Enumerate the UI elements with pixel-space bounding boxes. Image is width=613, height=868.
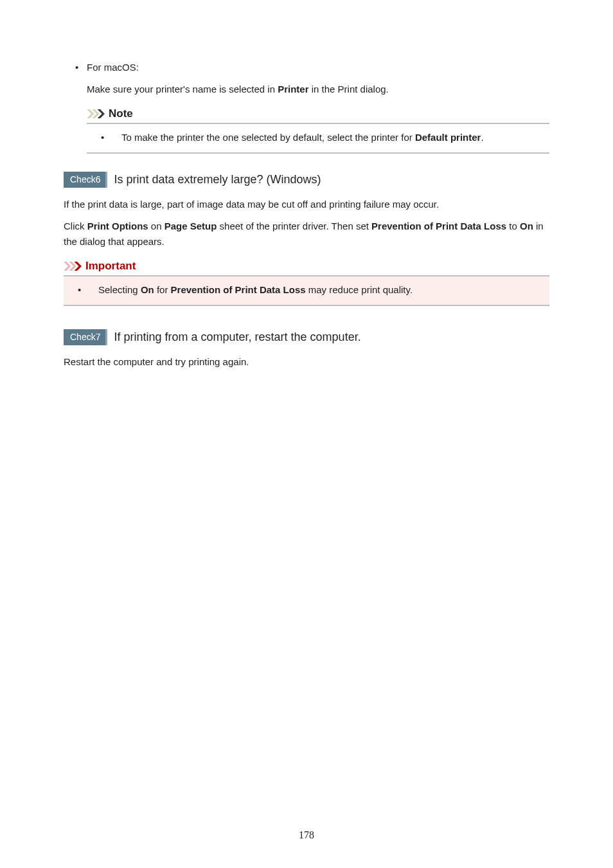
text: on [148, 221, 164, 231]
divider [64, 305, 549, 306]
body-text: If the print data is large, part of imag… [64, 197, 549, 212]
text: . [481, 132, 483, 143]
text: sheet of the printer driver. Then set [217, 221, 371, 231]
text: To make the printer the one selected by … [121, 132, 415, 143]
body-text: Restart the computer and try printing ag… [64, 354, 549, 370]
text: Make sure your printer's name is selecte… [87, 84, 278, 95]
text: Selecting [98, 284, 141, 295]
divider [87, 152, 549, 154]
bold-text: Default printer [415, 132, 481, 143]
callout-body: • Selecting On for Prevention of Print D… [64, 276, 549, 305]
list-item-text: For macOS: [87, 60, 549, 75]
check-row: Check6 Is print data extremely large? (W… [64, 172, 549, 188]
callout-header: Important [64, 260, 549, 273]
callout-body: • To make the printer the one selected b… [87, 124, 549, 153]
text: Click [64, 221, 87, 231]
text: for [154, 284, 171, 295]
note-title: Note [109, 107, 133, 120]
text: to [506, 221, 520, 231]
bold-text: On [141, 284, 154, 295]
check-row: Check7 If printing from a computer, rest… [64, 329, 549, 345]
list-item: • For macOS: [75, 60, 549, 75]
body-text: Make sure your printer's name is selecte… [87, 82, 549, 97]
check-question: Is print data extremely large? (Windows) [114, 173, 321, 186]
list-item-text: To make the printer the one selected by … [121, 131, 547, 145]
page-number: 178 [0, 829, 613, 841]
check-question: If printing from a computer, restart the… [114, 330, 360, 344]
important-title: Important [85, 260, 136, 273]
callout-header: Note [87, 107, 549, 120]
text: in the Print dialog. [309, 84, 389, 95]
bold-text: Print Options [87, 221, 148, 231]
check-badge: Check6 [64, 172, 107, 188]
bold-text: Prevention of Print Data Loss [371, 221, 506, 231]
bullet-dot: • [75, 60, 87, 75]
body-text: Click Print Options on Page Setup sheet … [64, 219, 549, 249]
bold-text: Printer [278, 84, 308, 95]
bold-text: On [520, 221, 533, 231]
bullet-dot: • [89, 131, 121, 145]
note-callout: Note • To make the printer the one selec… [87, 107, 549, 154]
svg-marker-0 [87, 109, 94, 118]
text: may reduce print quality. [306, 284, 413, 295]
list-item: • To make the printer the one selected b… [89, 131, 547, 145]
list-item: • Selecting On for Prevention of Print D… [66, 283, 547, 298]
bold-text: Page Setup [164, 221, 217, 231]
chevrons-icon [64, 261, 82, 271]
page-content: • For macOS: Make sure your printer's na… [0, 0, 613, 370]
bullet-dot: • [66, 283, 98, 298]
svg-marker-3 [64, 262, 71, 271]
list-item-text: Selecting On for Prevention of Print Dat… [98, 283, 547, 298]
important-callout: Important • Selecting On for Prevention … [64, 260, 549, 307]
chevrons-icon [87, 109, 105, 119]
check-badge: Check7 [64, 329, 107, 345]
bold-text: Prevention of Print Data Loss [171, 284, 306, 295]
